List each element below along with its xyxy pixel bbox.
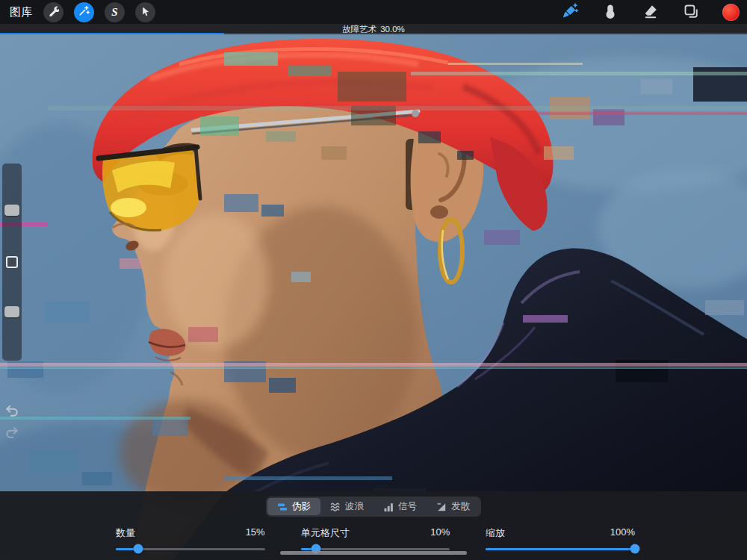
undo-button[interactable] — [4, 404, 20, 419]
left-sidebar — [2, 164, 22, 361]
selection-button[interactable]: S — [105, 2, 125, 22]
actions-button[interactable] — [43, 2, 63, 22]
top-toolbar: 图库 S — [0, 0, 747, 24]
selection-s-icon: S — [111, 7, 117, 18]
redo-button[interactable] — [4, 426, 20, 441]
layers-icon — [684, 4, 698, 21]
eraser-button[interactable] — [642, 3, 660, 21]
transform-button[interactable] — [135, 2, 155, 22]
slider-value: 100% — [610, 526, 635, 540]
adjustment-progress-track[interactable] — [0, 33, 747, 35]
amount-slider: 数量 15% — [116, 526, 265, 550]
slider-fill — [486, 548, 635, 550]
brush-size-slider[interactable] — [2, 164, 22, 252]
amount-slider-track[interactable] — [116, 548, 265, 550]
canvas-artwork — [0, 34, 747, 560]
zoom-slider: 缩放 100% — [486, 526, 635, 550]
glitch-panel: 伪影 波浪 — [0, 491, 747, 560]
signal-icon — [383, 502, 394, 512]
color-swatch-button[interactable] — [722, 4, 740, 21]
adjustments-button[interactable] — [74, 2, 94, 22]
zoom-slider-track[interactable] — [486, 548, 635, 550]
canvas[interactable] — [0, 34, 747, 560]
undo-redo-group — [4, 404, 20, 441]
progress-fill — [0, 33, 224, 35]
adjust-brush-button[interactable] — [561, 3, 579, 21]
color-swatch — [722, 4, 740, 21]
wrench-icon — [48, 5, 59, 19]
slider-thumb[interactable] — [133, 544, 143, 554]
redo-icon — [4, 426, 19, 441]
slider-value: 15% — [246, 526, 265, 540]
undo-icon — [4, 404, 19, 420]
adjustment-header[interactable]: 故障艺术 30.0% — [0, 24, 747, 34]
glitch-tabs: 伪影 波浪 — [266, 497, 481, 517]
gallery-button[interactable]: 图库 — [10, 5, 33, 19]
scroll-indicator[interactable] — [280, 551, 467, 555]
cell-size-slider-track[interactable] — [301, 548, 450, 550]
slider-label: 单元格尺寸 — [301, 526, 350, 540]
smudge-button[interactable] — [601, 3, 619, 21]
tab-wave[interactable]: 波浪 — [320, 498, 374, 515]
glitch-sliders: 数量 15% 单元格尺寸 10% — [116, 526, 635, 550]
magic-wand-icon — [78, 5, 90, 19]
slider-label: 缩放 — [486, 526, 505, 540]
tab-label: 信号 — [398, 500, 417, 513]
eraser-icon — [643, 4, 658, 21]
tab-signal[interactable]: 信号 — [374, 498, 427, 515]
tab-label: 伪影 — [292, 500, 311, 513]
toolbar-right-group — [561, 3, 747, 21]
procreate-app: 图库 S — [0, 0, 747, 560]
opacity-handle[interactable] — [4, 306, 19, 317]
brush-sparkle-icon — [562, 3, 578, 22]
toolbar-left-group: 图库 S — [0, 2, 155, 22]
transform-arrow-icon — [140, 6, 151, 19]
wave-icon — [330, 502, 341, 512]
layers-button[interactable] — [682, 3, 700, 21]
artifact-icon — [277, 502, 288, 512]
slider-value: 10% — [430, 526, 450, 540]
modify-button[interactable] — [6, 256, 18, 268]
tab-artifact[interactable]: 伪影 — [267, 498, 320, 515]
tab-diffuse[interactable]: 发散 — [427, 498, 480, 515]
smudge-icon — [603, 4, 618, 21]
tab-label: 波浪 — [345, 500, 364, 513]
brush-size-handle[interactable] — [4, 205, 19, 216]
cell-size-slider: 单元格尺寸 10% — [301, 526, 450, 550]
opacity-slider[interactable] — [2, 273, 22, 361]
tab-label: 发散 — [451, 500, 470, 513]
slider-thumb[interactable] — [630, 544, 640, 554]
slider-label: 数量 — [116, 526, 135, 540]
diffuse-icon — [436, 502, 447, 512]
